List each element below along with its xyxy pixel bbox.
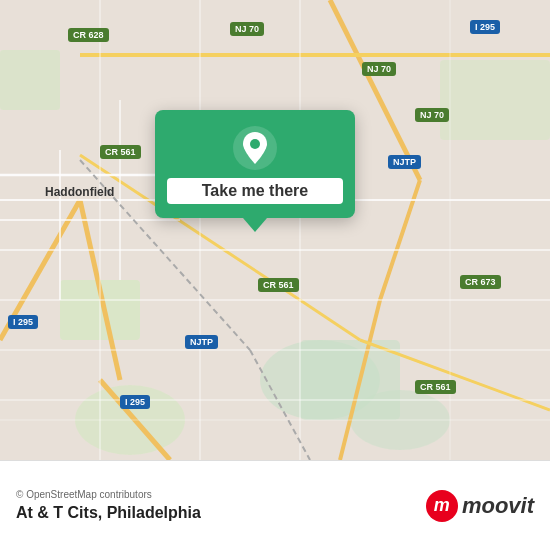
highway-badge-i-295: I 295	[8, 315, 38, 329]
map-view: Haddonfield CR 628NJ 70NJ 70NJ 70I 295CR…	[0, 0, 550, 460]
moovit-m-icon: m	[426, 490, 458, 522]
highway-badge-cr-561: CR 561	[100, 145, 141, 159]
highway-badge-nj-70: NJ 70	[415, 108, 449, 122]
svg-rect-7	[440, 60, 550, 140]
moovit-logo: m moovit	[426, 490, 534, 522]
take-me-there-button[interactable]: Take me there	[167, 178, 343, 204]
highway-badge-cr-561: CR 561	[258, 278, 299, 292]
highway-badge-njtp: NJTP	[185, 335, 218, 349]
svg-rect-6	[300, 340, 400, 420]
svg-rect-8	[0, 50, 60, 110]
map-attribution: © OpenStreetMap contributors	[16, 489, 426, 500]
bottom-info: © OpenStreetMap contributors At & T Cits…	[16, 489, 426, 522]
location-pin-icon	[233, 126, 277, 170]
highway-badge-nj-70: NJ 70	[362, 62, 396, 76]
location-name: At & T Cits, Philadelphia	[16, 504, 426, 522]
moovit-brand-text: moovit	[462, 493, 534, 519]
highway-badge-cr-561: CR 561	[415, 380, 456, 394]
highway-badge-i-295: I 295	[470, 20, 500, 34]
highway-badge-cr-673: CR 673	[460, 275, 501, 289]
highway-badge-i-295: I 295	[120, 395, 150, 409]
highway-badge-nj-70: NJ 70	[230, 22, 264, 36]
svg-point-36	[250, 139, 260, 149]
bottom-bar: © OpenStreetMap contributors At & T Cits…	[0, 460, 550, 550]
highway-badge-njtp: NJTP	[388, 155, 421, 169]
location-popup[interactable]: Take me there	[155, 110, 355, 218]
highway-badge-cr-628: CR 628	[68, 28, 109, 42]
city-label-haddonfield: Haddonfield	[45, 185, 114, 199]
